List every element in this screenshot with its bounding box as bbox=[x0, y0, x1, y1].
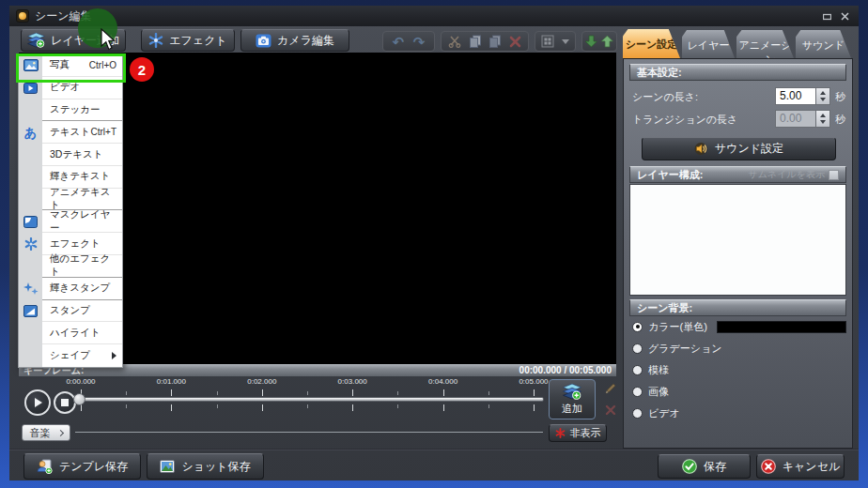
menu-icon-empty bbox=[19, 344, 42, 367]
camera-edit-button[interactable]: カメラ編集 bbox=[240, 29, 349, 52]
background-option-color-single[interactable]: カラー(単色) bbox=[632, 320, 707, 333]
keyframe-add-button[interactable]: 追加 bbox=[549, 379, 596, 419]
scene-length-label: シーンの長さ: bbox=[632, 90, 698, 104]
minimize-icon bbox=[823, 13, 831, 21]
ruler-tick bbox=[352, 389, 353, 396]
template-save-label: テンプレ保存 bbox=[59, 459, 128, 475]
delete-button[interactable] bbox=[509, 36, 521, 48]
menu-item-label: 他のエフェクト bbox=[50, 252, 116, 279]
menu-item-stamp[interactable]: スタンプ bbox=[19, 300, 122, 323]
cancel-label: キャンセル bbox=[783, 459, 840, 475]
playhead-handle[interactable] bbox=[73, 393, 85, 405]
copy-button[interactable] bbox=[469, 35, 482, 48]
transition-length-stepper[interactable] bbox=[816, 110, 830, 128]
grid-dropdown-button[interactable] bbox=[560, 39, 569, 44]
play-button[interactable] bbox=[24, 389, 51, 416]
speaker-icon bbox=[694, 142, 708, 156]
arrow-down-icon bbox=[585, 35, 597, 48]
background-option-label: カラー(単色) bbox=[648, 320, 707, 334]
ruler-minor-tick bbox=[307, 404, 308, 408]
layer-list[interactable] bbox=[629, 184, 846, 296]
effect-label: エフェクト bbox=[169, 33, 226, 49]
delete-x-icon bbox=[605, 404, 616, 416]
copy-icon bbox=[469, 35, 482, 48]
hide-button[interactable]: 非表示 bbox=[549, 424, 607, 442]
menu-item-mask-layer[interactable]: マスクレイヤー bbox=[19, 210, 122, 233]
app-icon bbox=[16, 9, 29, 23]
background-option-gradation[interactable]: グラデーション bbox=[632, 342, 722, 355]
menu-icon-empty bbox=[19, 322, 42, 344]
delete-x-icon bbox=[509, 36, 521, 48]
menu-item-highlight[interactable]: ハイライト bbox=[19, 322, 122, 344]
radio-icon[interactable] bbox=[632, 322, 643, 332]
menu-item-glitter-stamp[interactable]: 輝きスタンプ bbox=[19, 278, 122, 300]
undo-button[interactable]: ↶ bbox=[393, 35, 405, 49]
ruler-tick bbox=[443, 389, 444, 396]
stop-button[interactable] bbox=[54, 391, 76, 414]
shot-save-button[interactable]: ショット保存 bbox=[147, 453, 264, 480]
move-group bbox=[581, 31, 617, 52]
ruler-minor-tick bbox=[488, 404, 489, 408]
save-button[interactable]: 保存 bbox=[658, 454, 751, 479]
keyframe-add-label: 追加 bbox=[562, 402, 582, 416]
grid-icon bbox=[541, 35, 554, 48]
menu-item-shape[interactable]: シェイプ bbox=[19, 344, 122, 367]
move-up-button[interactable] bbox=[601, 35, 613, 48]
transition-length-unit: 秒 bbox=[835, 113, 845, 127]
sound-settings-button[interactable]: サウンド設定 bbox=[642, 137, 836, 160]
ruler-tick bbox=[262, 404, 263, 411]
cut-button[interactable] bbox=[448, 35, 461, 48]
music-button[interactable]: 音楽 bbox=[22, 424, 70, 441]
ruler-tick bbox=[443, 404, 444, 411]
move-down-button[interactable] bbox=[585, 35, 597, 48]
photo-icon bbox=[160, 460, 175, 473]
ruler-minor-tick bbox=[397, 391, 398, 395]
menu-item-label: ハイライト bbox=[50, 327, 101, 340]
background-option-video[interactable]: ビデオ bbox=[632, 406, 680, 419]
radio-icon[interactable] bbox=[632, 343, 643, 354]
background-option-image[interactable]: 画像 bbox=[632, 385, 669, 398]
scene-length-input[interactable]: 5.00 bbox=[775, 87, 816, 105]
scene-length-stepper[interactable] bbox=[816, 87, 830, 105]
paste-icon bbox=[488, 35, 502, 48]
mask-icon bbox=[19, 210, 42, 233]
chevron-right-icon bbox=[56, 429, 63, 435]
menu-item-sticker[interactable]: ステッカー bbox=[19, 99, 122, 122]
hide-label: 非表示 bbox=[570, 426, 601, 440]
keyframe-edit-button[interactable] bbox=[600, 379, 620, 398]
effect-button[interactable]: エフェクト bbox=[141, 29, 235, 52]
minimize-button[interactable] bbox=[819, 10, 834, 23]
red-asterisk-icon bbox=[555, 428, 566, 438]
transition-length-input[interactable]: 0.00 bbox=[775, 110, 816, 128]
radio-icon[interactable] bbox=[632, 365, 643, 375]
template-save-button[interactable]: テンプレ保存 bbox=[23, 453, 141, 480]
background-color-swatch[interactable] bbox=[717, 321, 846, 333]
menu-item-label: 輝きスタンプ bbox=[50, 282, 110, 295]
background-option-label: 模様 bbox=[648, 363, 669, 377]
radio-icon[interactable] bbox=[632, 387, 643, 397]
title-bar: シーン編集 bbox=[9, 6, 859, 26]
cancel-button[interactable]: キャンセル bbox=[756, 454, 845, 479]
redo-button[interactable]: ↷ bbox=[413, 35, 426, 49]
thumbnail-toggle-checkbox[interactable] bbox=[829, 170, 839, 180]
menu-item-3d-text[interactable]: 3Dテキスト bbox=[19, 144, 122, 166]
background-option-pattern[interactable]: 模様 bbox=[632, 363, 669, 376]
effect-icon bbox=[19, 233, 42, 255]
menu-item-label: 輝きテキスト bbox=[50, 170, 110, 183]
grid-view-button[interactable] bbox=[541, 35, 554, 48]
sparkle-icon bbox=[19, 278, 42, 300]
menu-item-text[interactable]: あテキストCtrl+T bbox=[19, 121, 122, 144]
ruler-tick bbox=[534, 404, 535, 411]
timeline-track[interactable] bbox=[71, 397, 544, 402]
submenu-arrow-icon bbox=[112, 352, 116, 359]
spin-up-icon bbox=[820, 91, 826, 95]
scene-background-header: シーン背景: bbox=[629, 299, 846, 316]
ruler-tick-label: 0:03.000 bbox=[326, 377, 379, 386]
ruler-minor-tick bbox=[217, 404, 218, 408]
radio-icon[interactable] bbox=[632, 408, 643, 419]
transition-length-control: 0.00 bbox=[775, 110, 830, 128]
paste-button[interactable] bbox=[488, 35, 502, 48]
menu-item-other-effect[interactable]: 他のエフェクト bbox=[19, 255, 122, 278]
keyframe-delete-button[interactable] bbox=[600, 401, 620, 419]
close-button[interactable] bbox=[837, 10, 852, 23]
